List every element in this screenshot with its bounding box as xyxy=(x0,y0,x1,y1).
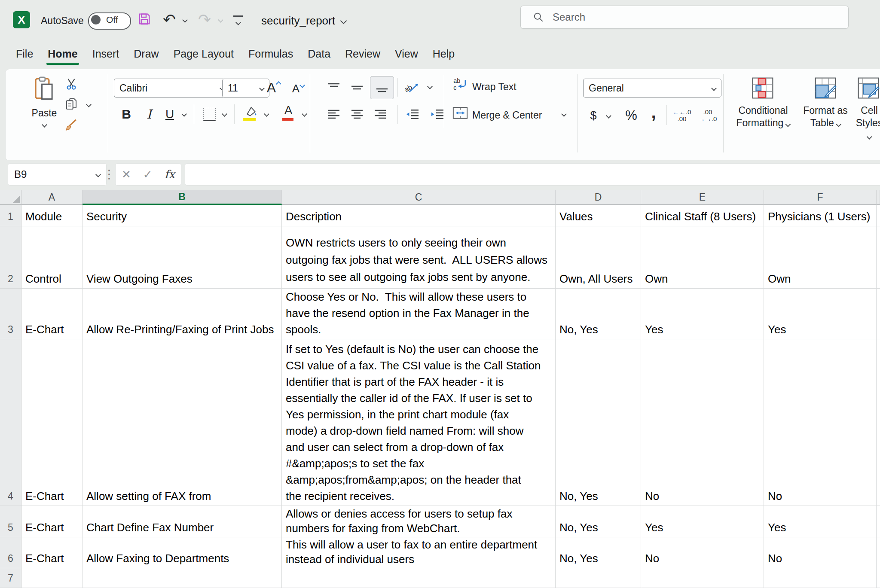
cell-d7[interactable] xyxy=(556,568,641,588)
excel-logo-icon[interactable]: X xyxy=(13,11,30,28)
column-header-d[interactable]: D xyxy=(556,190,641,205)
cell-c2[interactable]: OWN restricts users to only seeing their… xyxy=(282,226,556,289)
column-header-b[interactable]: B xyxy=(82,190,282,205)
tab-view[interactable]: View xyxy=(388,40,425,68)
insert-function-button[interactable]: fx xyxy=(165,168,175,181)
cell-a2[interactable]: Control xyxy=(21,226,82,289)
format-as-table-button[interactable] xyxy=(804,74,847,102)
tab-insert[interactable]: Insert xyxy=(85,40,127,68)
accounting-format-dropdown[interactable] xyxy=(604,110,613,121)
bottom-align-button[interactable] xyxy=(370,76,394,99)
fill-color-dropdown[interactable] xyxy=(262,109,271,119)
cell-e2[interactable]: Own xyxy=(641,226,764,289)
cell-e3[interactable]: Yes xyxy=(641,289,764,339)
percent-style-button[interactable]: % xyxy=(621,106,642,125)
paste-button[interactable] xyxy=(27,74,61,104)
cell-e6[interactable]: No xyxy=(641,537,764,568)
orientation-dropdown[interactable] xyxy=(425,81,434,91)
cell-a5[interactable]: E-Chart xyxy=(21,506,82,537)
name-box[interactable]: B9 xyxy=(8,163,107,186)
align-center-button[interactable] xyxy=(347,105,367,123)
row-header-7[interactable]: 7 xyxy=(0,568,21,588)
workbook-title[interactable]: security_report xyxy=(261,14,346,27)
underline-dropdown[interactable] xyxy=(179,109,189,119)
cell-c4[interactable]: If set to Yes (default is No) the user c… xyxy=(282,339,556,506)
borders-button[interactable] xyxy=(200,105,219,123)
cell-b4[interactable]: Allow setting of FAX from xyxy=(82,339,282,506)
tab-review[interactable]: Review xyxy=(338,40,388,68)
cell-b3[interactable]: Allow Re-Printing/Faxing of Print Jobs xyxy=(82,289,282,339)
column-header-e[interactable]: E xyxy=(641,190,764,205)
cell-d2[interactable]: Own, All Users xyxy=(556,226,641,289)
select-all-corner[interactable] xyxy=(0,190,21,205)
align-right-button[interactable] xyxy=(370,105,391,123)
decrease-font-size-button[interactable]: A xyxy=(287,79,309,97)
formula-bar-grip-icon[interactable]: ⋮ xyxy=(103,167,115,181)
cell-d3[interactable]: No, Yes xyxy=(556,289,641,339)
cell-d1[interactable]: Values xyxy=(556,205,641,226)
cell-f4[interactable]: No xyxy=(764,339,877,506)
redo-button[interactable]: ↷ xyxy=(196,10,213,29)
cell-b1[interactable]: Security xyxy=(82,205,282,226)
cell-f2[interactable]: Own xyxy=(764,226,877,289)
row-header-5[interactable]: 5 xyxy=(0,506,21,537)
column-header-c[interactable]: C xyxy=(282,190,556,205)
cell-c7[interactable] xyxy=(282,568,556,588)
undo-button[interactable]: ↶ xyxy=(161,10,178,29)
cancel-button[interactable]: ✕ xyxy=(122,168,131,181)
cell-f3[interactable]: Yes xyxy=(764,289,877,339)
autosave-toggle[interactable]: Off xyxy=(88,12,131,30)
search-input[interactable] xyxy=(552,7,837,27)
column-header-a[interactable]: A xyxy=(21,190,82,205)
cell-styles-button[interactable] xyxy=(851,74,880,102)
middle-align-button[interactable] xyxy=(347,79,367,97)
formula-input[interactable] xyxy=(185,163,880,186)
tab-formulas[interactable]: Formulas xyxy=(241,40,300,68)
cell-a4[interactable]: E-Chart xyxy=(21,339,82,506)
italic-button[interactable]: I xyxy=(140,104,159,124)
comma-style-button[interactable]: , xyxy=(645,103,662,122)
cell-e1[interactable]: Clinical Staff (8 Users) xyxy=(641,205,764,226)
cell-e4[interactable]: No xyxy=(641,339,764,506)
wrap-text-button[interactable]: ab c xyxy=(451,76,470,93)
cell-c6[interactable]: This will allow a user to fax to an enti… xyxy=(282,537,556,568)
orientation-button[interactable]: ab xyxy=(402,78,423,97)
cell-c1[interactable]: Description xyxy=(282,205,556,226)
row-header-4[interactable]: 4 xyxy=(0,339,21,506)
underline-button[interactable]: U xyxy=(160,104,179,124)
cell-f6[interactable]: No xyxy=(764,537,877,568)
conditional-formatting-button[interactable] xyxy=(741,74,784,102)
cell-c5[interactable]: Allows or denies access for users to set… xyxy=(282,506,556,537)
cell-d5[interactable]: No, Yes xyxy=(556,506,641,537)
redo-dropdown[interactable] xyxy=(216,10,225,29)
copy-dropdown[interactable] xyxy=(84,99,93,110)
increase-indent-button[interactable] xyxy=(427,105,448,123)
cell-e7[interactable] xyxy=(641,568,764,588)
customize-quick-access-toolbar-button[interactable] xyxy=(233,15,243,26)
cell-f5[interactable]: Yes xyxy=(764,506,877,537)
font-color-dropdown[interactable] xyxy=(299,109,309,119)
search-box[interactable] xyxy=(520,6,849,29)
row-header-1[interactable]: 1 xyxy=(0,205,21,226)
cell-a1[interactable]: Module xyxy=(21,205,82,226)
cell-f1[interactable]: Physicians (1 Users) xyxy=(764,205,877,226)
fill-color-button[interactable] xyxy=(240,103,260,120)
merge-center-button[interactable] xyxy=(451,104,470,122)
cell-d4[interactable]: No, Yes xyxy=(556,339,641,506)
accounting-format-button[interactable]: $ xyxy=(585,106,602,125)
undo-dropdown[interactable] xyxy=(180,10,189,29)
cell-d6[interactable]: No, Yes xyxy=(556,537,641,568)
row-header-2[interactable]: 2 xyxy=(0,226,21,289)
tab-page-layout[interactable]: Page Layout xyxy=(166,40,241,68)
font-color-button[interactable]: A xyxy=(279,102,298,119)
row-header-3[interactable]: 3 xyxy=(0,289,21,339)
increase-decimal-button[interactable]: ←←.0 .00 xyxy=(671,106,693,125)
column-header-f[interactable]: F xyxy=(764,190,877,205)
tab-file[interactable]: File xyxy=(9,40,40,68)
bold-button[interactable]: B xyxy=(116,104,136,124)
tab-home[interactable]: Home xyxy=(40,40,85,68)
tab-help[interactable]: Help xyxy=(425,40,462,68)
cut-button[interactable] xyxy=(61,75,81,92)
increase-font-size-button[interactable]: A xyxy=(263,78,285,97)
cell-e5[interactable]: Yes xyxy=(641,506,764,537)
